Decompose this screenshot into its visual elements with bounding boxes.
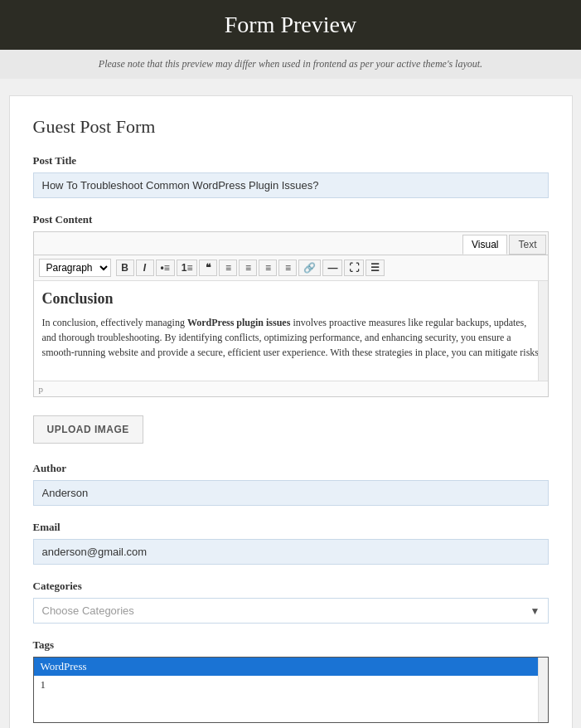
categories-label: Categories (33, 580, 549, 593)
bold-btn[interactable]: B (116, 260, 134, 276)
upload-image-group: UPLOAD IMAGE (33, 412, 549, 447)
ol-btn[interactable]: 1≡ (177, 260, 198, 276)
align-right-btn[interactable]: ≡ (259, 260, 277, 276)
page-title: Form Preview (17, 12, 564, 38)
main-content: Guest Post Form Post Title Post Content … (9, 95, 573, 728)
editor-heading: Conclusion (42, 288, 540, 310)
notice-text: Please note that this preview may differ… (99, 58, 482, 70)
email-group: Email (33, 521, 549, 565)
author-label: Author (33, 462, 549, 475)
italic-btn[interactable]: I (136, 260, 154, 276)
blockquote-btn[interactable]: ❝ (199, 260, 217, 276)
ul-btn[interactable]: •≡ (156, 260, 175, 276)
paragraph-select[interactable]: Paragraph (39, 259, 111, 277)
align-justify-btn[interactable]: ≡ (278, 260, 297, 276)
editor-scrollbar[interactable] (538, 281, 548, 381)
post-title-input[interactable] (33, 172, 549, 198)
email-input[interactable] (33, 539, 549, 565)
editor-footer-tag: p (39, 384, 44, 394)
tags-label: Tags (33, 638, 549, 652)
select-wrapper: Choose Categories ▼ (33, 598, 549, 624)
editor-footer: p (34, 381, 548, 396)
form-title: Guest Post Form (33, 116, 549, 138)
hr-btn[interactable]: — (322, 260, 342, 276)
tags-scrollbar[interactable] (538, 658, 548, 722)
post-title-group: Post Title (33, 154, 549, 198)
tag-wordpress[interactable]: WordPress (34, 658, 548, 676)
tags-area[interactable]: WordPress 1 (33, 657, 549, 723)
tags-group: Tags WordPress 1 (33, 638, 549, 723)
editor-container: Visual Text Paragraph B I •≡ 1≡ ❝ ≡ ≡ ≡ … (33, 231, 549, 397)
editor-body-wrapper: Conclusion In conclusion, effectively ma… (34, 281, 548, 381)
categories-group: Categories Choose Categories ▼ (33, 580, 549, 624)
align-left-btn[interactable]: ≡ (219, 260, 237, 276)
upload-image-button[interactable]: UPLOAD IMAGE (33, 415, 143, 444)
editor-toolbar: Paragraph B I •≡ 1≡ ❝ ≡ ≡ ≡ ≡ 🔗 — ⛶ ☰ (34, 255, 548, 281)
email-label: Email (33, 521, 549, 534)
fullscreen-btn[interactable]: ⛶ (344, 260, 364, 276)
post-content-group: Post Content Visual Text Paragraph B I •… (33, 213, 549, 397)
post-content-label: Post Content (33, 213, 549, 226)
link-btn[interactable]: 🔗 (298, 260, 321, 276)
editor-body[interactable]: Conclusion In conclusion, effectively ma… (34, 281, 548, 381)
more-btn[interactable]: ☰ (366, 260, 385, 276)
tab-text[interactable]: Text (509, 235, 545, 255)
align-center-btn[interactable]: ≡ (239, 260, 257, 276)
tab-visual[interactable]: Visual (462, 235, 507, 255)
notice-bar: Please note that this preview may differ… (0, 50, 581, 79)
post-title-label: Post Title (33, 154, 549, 167)
author-group: Author (33, 462, 549, 506)
author-input[interactable] (33, 480, 549, 506)
page-header: Form Preview (0, 0, 581, 50)
editor-content: In conclusion, effectively managing Word… (42, 315, 540, 360)
tag-1[interactable]: 1 (34, 676, 548, 694)
categories-select[interactable]: Choose Categories (33, 598, 549, 624)
editor-tabs: Visual Text (34, 232, 548, 255)
